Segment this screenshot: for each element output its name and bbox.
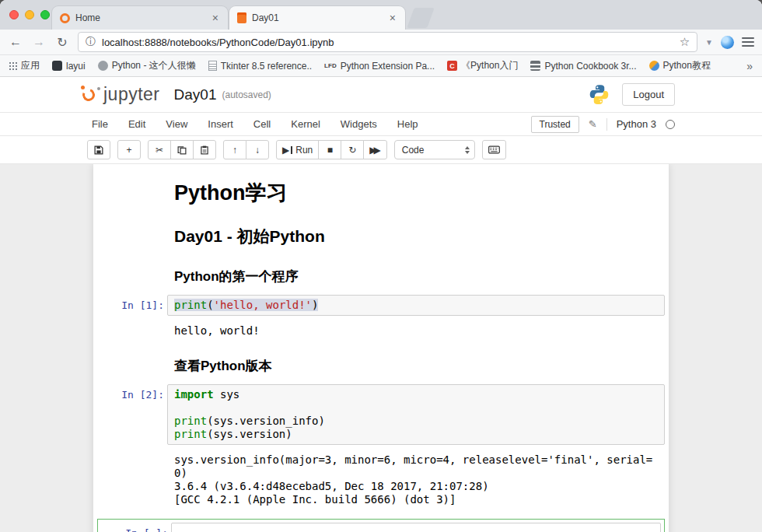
bookmark-label: Tkinter 8.5 reference.. — [221, 61, 312, 72]
close-tab-icon[interactable]: × — [388, 12, 397, 23]
trusted-badge[interactable]: Trusted — [531, 116, 579, 133]
markdown-cell-h3-first[interactable]: Python的第一个程序 — [93, 253, 669, 291]
zoom-window-button[interactable] — [40, 10, 50, 19]
code-input-area[interactable] — [171, 523, 661, 532]
notebook-title[interactable]: Day01 — [174, 86, 217, 103]
bookmark-layui[interactable]: layui — [52, 61, 86, 72]
bookmarks-overflow-chevron[interactable]: » — [746, 60, 753, 72]
code-cell-1[interactable]: In [1]: print('hello, world!') — [93, 291, 669, 320]
arrow-down-icon: ↓ — [255, 145, 260, 155]
run-cell-button[interactable]: ▶ Run — [276, 140, 319, 159]
tab-strip: Home × Day01 × — [0, 0, 762, 30]
chrome-menu-icon[interactable] — [742, 37, 754, 47]
autosave-status: (autosaved) — [222, 89, 271, 100]
notebook-heading-1: Python学习 — [174, 179, 665, 207]
run-icon: ▶ — [282, 145, 289, 155]
downloads-dropdown-icon[interactable]: ▼ — [705, 38, 713, 47]
jupyter-logo[interactable]: jupyter — [81, 84, 160, 105]
kernel-name[interactable]: Python 3 — [617, 118, 656, 130]
scissors-icon: ✂ — [156, 145, 163, 155]
notebook-heading-2: Day01 - 初始Python — [174, 226, 665, 247]
tab-home[interactable]: Home × — [51, 5, 229, 30]
cell-type-select[interactable]: Code — [394, 140, 475, 159]
move-cell-up-button[interactable]: ↑ — [223, 140, 246, 159]
command-palette-button[interactable] — [482, 140, 506, 159]
menu-view[interactable]: View — [156, 118, 197, 130]
back-icon[interactable]: ← — [8, 35, 23, 49]
notebook-favicon — [237, 12, 246, 23]
bookmark-python-intro[interactable]: C 《Python入门 — [447, 59, 518, 72]
layui-icon — [52, 61, 62, 71]
notebook-toolbar: + ✂ ↑ ↓ ▶ — [0, 136, 762, 164]
tab-day01[interactable]: Day01 × — [229, 5, 406, 30]
url-text[interactable]: localhost:8888/notebooks/PythonCode/Day0… — [102, 37, 673, 48]
python-logo-icon — [589, 84, 610, 105]
markdown-cell-h2[interactable]: Day01 - 初始Python — [93, 212, 669, 253]
logout-button[interactable]: Logout — [622, 83, 675, 106]
markdown-cell-h3-second[interactable]: 查看Python版本 — [93, 342, 669, 380]
menu-kernel[interactable]: Kernel — [281, 118, 330, 130]
bookmark-label: Python教程 — [663, 59, 711, 72]
bookmark-extension-packages[interactable]: LFD Python Extension Pa... — [324, 61, 435, 72]
close-window-button[interactable] — [9, 10, 19, 19]
notebook-heading-3: 查看Python版本 — [174, 357, 665, 375]
notebook-scroll-area[interactable]: Python学习 Day01 - 初始Python Python的第一个程序 I… — [0, 164, 762, 532]
add-cell-button[interactable]: + — [117, 140, 141, 159]
code-input-area[interactable]: print('hello, world!') — [167, 295, 665, 316]
kernel-status-icon — [666, 120, 675, 129]
code-token: ( — [207, 299, 213, 311]
page-info-icon[interactable]: ⓘ — [86, 35, 96, 49]
save-button[interactable] — [87, 140, 110, 159]
address-bar[interactable]: ⓘ localhost:8888/notebooks/PythonCode/Da… — [78, 32, 697, 52]
new-tab-button[interactable] — [407, 8, 434, 28]
restart-icon: ↻ — [348, 145, 356, 155]
minimize-window-button[interactable] — [25, 10, 34, 19]
restart-kernel-button[interactable]: ↻ — [341, 140, 364, 159]
arrow-up-icon: ↑ — [232, 145, 237, 155]
reload-icon[interactable]: ↻ — [54, 35, 70, 50]
extension-globe-icon[interactable] — [721, 36, 734, 49]
output-area-1: hello, world! — [93, 320, 669, 342]
menu-file[interactable]: File — [92, 118, 118, 130]
browser-window: Home × Day01 × ← → ↻ ⓘ localhost:8888/no… — [0, 0, 762, 532]
browser-toolbar: ← → ↻ ⓘ localhost:8888/notebooks/PythonC… — [0, 30, 762, 55]
copy-cell-button[interactable] — [170, 140, 194, 159]
output-prompt — [97, 450, 167, 506]
bookmark-label: Python Cookbook 3r... — [544, 61, 636, 72]
restart-run-all-button[interactable]: ▶▶ — [363, 140, 386, 159]
interrupt-kernel-button[interactable]: ■ — [318, 140, 341, 159]
run-icon-bar — [291, 146, 292, 154]
menu-help[interactable]: Help — [387, 118, 428, 130]
cell-type-value: Code — [402, 145, 465, 156]
bookmark-tkinter[interactable]: Tkinter 8.5 reference.. — [208, 61, 312, 72]
bookmark-python-tutorial[interactable]: Python教程 — [649, 59, 711, 72]
code-cell-2[interactable]: In [2]: import sys print(sys.version_inf… — [93, 380, 669, 449]
move-cell-down-button[interactable]: ↓ — [246, 140, 269, 159]
menu-widgets[interactable]: Widgets — [330, 118, 387, 130]
code-token: import — [174, 388, 214, 401]
menu-edit[interactable]: Edit — [118, 118, 156, 130]
paste-cell-button[interactable] — [193, 140, 216, 159]
output-text: 3.6.4 (v3.6.4:d48ecebad5, Dec 18 2017, 2… — [174, 480, 659, 493]
code-cell-3-active[interactable]: In [ ]: — [97, 519, 665, 532]
menu-insert[interactable]: Insert — [197, 118, 243, 130]
close-tab-icon[interactable]: × — [211, 12, 220, 23]
bookmark-python-blog[interactable]: Python - 这个人很懒 — [98, 59, 196, 72]
fast-forward-icon: ▶▶ — [369, 145, 380, 155]
jupyter-logo-text: jupyter — [103, 84, 160, 105]
notebook-menu-bar: File Edit View Insert Cell Kernel Widget… — [0, 112, 762, 136]
menu-cell[interactable]: Cell — [243, 118, 281, 130]
forward-icon[interactable]: → — [31, 35, 47, 49]
bookmark-label: Python Extension Pa... — [341, 61, 435, 72]
tab-day01-label: Day01 — [252, 12, 383, 23]
code-input-area[interactable]: import sys print(sys.version_info) print… — [167, 384, 665, 445]
keyboard-icon — [488, 145, 500, 154]
bookmark-apps[interactable]: 应用 — [9, 59, 40, 72]
bookmark-cookbook[interactable]: Python Cookbook 3r... — [530, 61, 636, 72]
cell-prompt — [97, 173, 167, 208]
bookmark-star-icon[interactable]: ☆ — [680, 35, 690, 49]
cut-cell-button[interactable]: ✂ — [148, 140, 171, 159]
markdown-cell-h1[interactable]: Python学习 — [93, 169, 669, 212]
jupyter-logo-icon — [81, 85, 101, 105]
bookmarks-bar: 应用 layui Python - 这个人很懒 Tkinter 8.5 refe… — [0, 55, 762, 77]
